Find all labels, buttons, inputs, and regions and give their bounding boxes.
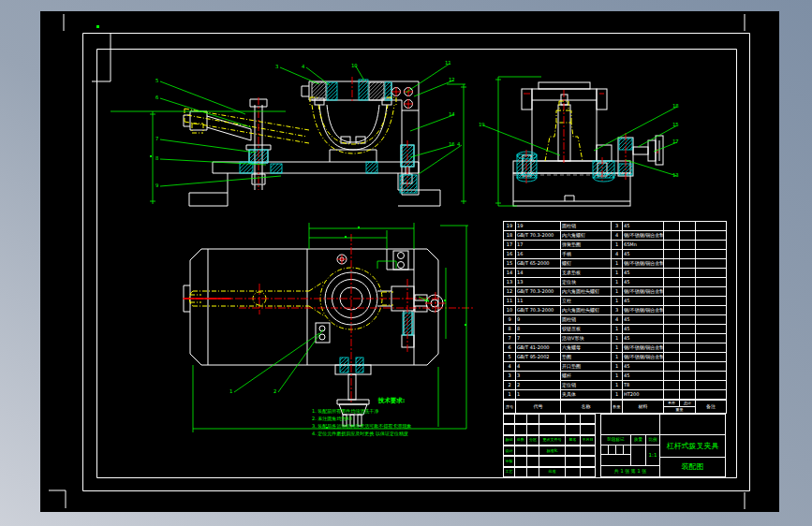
parts-cell xyxy=(680,297,696,306)
parts-cell xyxy=(696,222,727,231)
col-no: 序号 xyxy=(504,401,516,414)
parts-cell xyxy=(696,381,727,390)
parts-cell: 1 xyxy=(612,241,623,250)
parts-cell: 1 xyxy=(612,362,623,372)
parts-cell: 6 xyxy=(504,343,516,353)
parts-cell: 钢/不锈钢/铜合金制 xyxy=(623,353,664,362)
parts-cell xyxy=(664,241,680,250)
title-block-cell xyxy=(514,456,527,466)
parts-cell xyxy=(680,390,696,400)
parts-cell xyxy=(696,315,727,325)
parts-cell xyxy=(664,297,680,306)
title-block-cell xyxy=(580,446,596,456)
parts-cell xyxy=(680,222,696,231)
parts-cell xyxy=(664,222,680,231)
title-block-cell xyxy=(580,467,596,477)
parts-cell: 1 xyxy=(612,325,623,334)
parts-row: 1717弹簧垫圈165Mn xyxy=(504,241,727,250)
parts-cell: 19 xyxy=(516,222,561,231)
drawing-subtitle: 装配图 xyxy=(659,457,726,477)
title-block-cell xyxy=(565,456,581,466)
parts-cell xyxy=(696,362,727,372)
parts-cell xyxy=(696,334,727,343)
parts-cell: 圆柱销 xyxy=(561,315,612,325)
parts-cell xyxy=(680,362,696,372)
parts-cell xyxy=(696,353,727,362)
parts-cell: GB/T 70.3-2000 xyxy=(516,287,561,297)
parts-cell: 定位块 xyxy=(561,278,612,287)
parts-cell: 螺钉 xyxy=(561,259,612,269)
parts-cell: 5 xyxy=(504,353,516,362)
parts-cell: 45 xyxy=(623,362,664,372)
parts-cell xyxy=(680,306,696,315)
title-block-cell: 分区 xyxy=(526,435,539,446)
parts-cell: 45 xyxy=(623,372,664,381)
parts-cell: 3 xyxy=(612,306,623,315)
parts-cell: 9 xyxy=(504,315,516,325)
parts-cell: 11 xyxy=(504,297,516,306)
parts-cell: 活动V形块 xyxy=(561,334,612,343)
parts-cell: 16 xyxy=(504,250,516,259)
parts-cell: 14 xyxy=(516,269,561,278)
company-box xyxy=(659,414,726,435)
title-block-cell xyxy=(514,414,527,424)
tech-requirement-item: 3. 装配后各运动机构应灵活可靠不得有卡滞现象 xyxy=(312,422,513,430)
title-block-cell xyxy=(526,467,539,477)
parts-cell: 65Mn xyxy=(623,241,664,250)
parts-row: 1616手柄445 xyxy=(504,250,727,259)
tech-requirement-item: 1. 装配前所有零件均须清洗干净 xyxy=(312,407,513,415)
title-block-cell xyxy=(514,467,527,477)
drawing-title: 杠杆式拨叉夹具 xyxy=(659,434,726,458)
col-material: 材料 xyxy=(623,401,664,414)
title-block-cell xyxy=(565,414,581,424)
parts-row: 44开口垫圈145 xyxy=(504,362,727,372)
parts-cell: 1 xyxy=(612,278,623,287)
col-remark: 备注 xyxy=(696,401,727,414)
parts-cell xyxy=(680,287,696,297)
parts-cell xyxy=(680,343,696,353)
parts-cell xyxy=(696,269,727,278)
parts-cell: 45 xyxy=(623,325,664,334)
cad-viewport: { "drawing": { "tech_requirements": { "t… xyxy=(0,0,812,526)
parts-cell xyxy=(664,325,680,334)
parts-cell: 1 xyxy=(612,353,623,362)
title-block-cell xyxy=(565,467,581,477)
parts-row: 15GB/T 65-2000螺钉1钢/不锈钢/铜合金制 xyxy=(504,259,727,269)
title-block-cell: 更改文件号 xyxy=(539,435,566,446)
tech-requirements: 技术要求: 1. 装配前所有零件均须清洗干净2. 未注圆角均为R33. 装配后各… xyxy=(312,397,513,437)
parts-cell xyxy=(696,372,727,381)
parts-cell xyxy=(680,241,696,250)
parts-cell xyxy=(680,334,696,343)
parts-cell: 1 xyxy=(612,269,623,278)
parts-cell xyxy=(664,390,680,400)
parts-cell xyxy=(696,250,727,259)
parts-cell: 18 xyxy=(504,231,516,241)
parts-cell xyxy=(664,259,680,269)
parts-row: 10GB/T 70.3-2000内六角圆柱头螺钉3钢/不锈钢/铜合金制 xyxy=(504,306,727,315)
parts-cell: 4 xyxy=(612,315,623,325)
title-block-cell: 批准 xyxy=(539,467,566,477)
parts-cell: 13 xyxy=(504,278,516,287)
parts-cell: 8 xyxy=(504,325,516,334)
parts-cell: 10 xyxy=(504,306,516,315)
parts-cell: 11 xyxy=(516,297,561,306)
parts-cell: 16 xyxy=(516,250,561,259)
stray-point xyxy=(96,25,99,28)
parts-row: 5GB/T 95-2002垫圈1钢/不锈钢/铜合金制 xyxy=(504,353,727,362)
parts-cell: 14 xyxy=(504,269,516,278)
parts-cell: 圆柱销 xyxy=(561,222,612,231)
parts-cell: 内六角圆柱头螺钉 xyxy=(561,306,612,315)
parts-cell xyxy=(696,287,727,297)
parts-cell: 1 xyxy=(612,381,623,390)
parts-cell: 钢/不锈钢/铜合金制 xyxy=(623,287,664,297)
parts-cell: 铰链压板 xyxy=(561,325,612,334)
parts-cell xyxy=(680,315,696,325)
title-block-cell xyxy=(565,424,581,434)
parts-cell: 1 xyxy=(612,390,623,400)
tech-requirements-list: 1. 装配前所有零件均须清洗干净2. 未注圆角均为R33. 装配后各运动机构应灵… xyxy=(312,407,513,437)
parts-cell: T8 xyxy=(623,381,664,390)
parts-cell xyxy=(680,269,696,278)
parts-row: 1919圆柱销345 xyxy=(504,222,727,231)
parts-cell: 45 xyxy=(623,250,664,259)
parts-cell xyxy=(680,231,696,241)
